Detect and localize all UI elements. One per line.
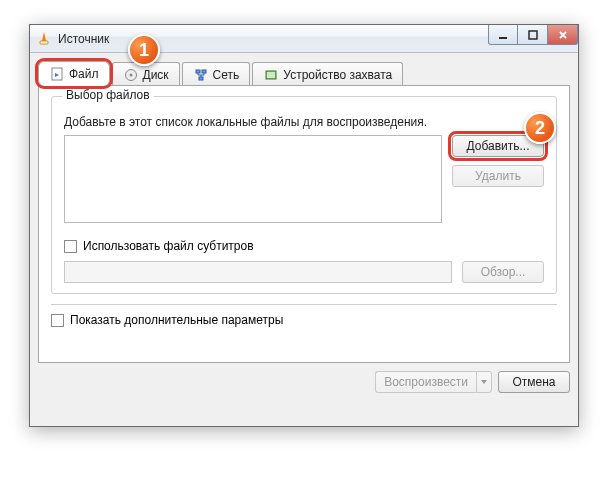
group-legend: Выбор файлов — [62, 88, 154, 102]
use-subtitles-checkbox[interactable] — [64, 240, 77, 253]
client-area: Файл Диск Сеть Устройство захвата — [38, 61, 570, 418]
file-icon — [49, 66, 65, 82]
capture-icon — [263, 67, 279, 83]
svg-rect-6 — [196, 70, 200, 73]
show-more-options-label: Показать дополнительные параметры — [70, 313, 283, 327]
play-button[interactable]: Воспроизвести — [375, 371, 476, 393]
show-more-options-checkbox[interactable] — [51, 314, 64, 327]
tab-label: Устройство захвата — [283, 68, 392, 82]
play-split-button: Воспроизвести — [375, 371, 492, 393]
callout-2: 2 — [524, 112, 556, 144]
maximize-button[interactable] — [518, 25, 548, 45]
minimize-button[interactable] — [488, 25, 518, 45]
browse-button: Обзор... — [462, 261, 544, 283]
svg-rect-1 — [499, 37, 507, 39]
hint-text: Добавьте в этот список локальные файлы д… — [64, 115, 544, 129]
disc-icon — [123, 67, 139, 83]
dialog-footer: Воспроизвести Отмена — [38, 371, 570, 393]
subtitle-path-field — [64, 261, 452, 283]
tab-file[interactable]: Файл — [38, 61, 110, 86]
file-select-group: Выбор файлов Добавьте в этот список лока… — [51, 96, 557, 294]
tab-label: Диск — [143, 68, 169, 82]
window-buttons — [488, 25, 578, 52]
separator — [51, 304, 557, 305]
app-icon — [36, 31, 52, 47]
network-icon — [193, 67, 209, 83]
svg-rect-8 — [199, 77, 203, 80]
tab-label: Файл — [69, 67, 99, 81]
svg-rect-7 — [202, 70, 206, 73]
tab-panel-file: Выбор файлов Добавьте в этот список лока… — [38, 85, 570, 363]
remove-button: Удалить — [452, 165, 544, 187]
cancel-button[interactable]: Отмена — [498, 371, 570, 393]
svg-rect-10 — [267, 72, 275, 78]
window-title: Источник — [58, 32, 488, 46]
tab-strip: Файл Диск Сеть Устройство захвата — [38, 61, 570, 85]
titlebar: Источник — [30, 25, 578, 53]
use-subtitles-label: Использовать файл субтитров — [83, 239, 254, 253]
svg-rect-2 — [529, 31, 537, 39]
file-list[interactable] — [64, 135, 442, 223]
callout-1: 1 — [128, 34, 160, 66]
svg-rect-0 — [40, 41, 48, 44]
svg-point-5 — [129, 73, 132, 76]
close-button[interactable] — [548, 25, 578, 45]
tab-label: Сеть — [213, 68, 240, 82]
dialog-window: Источник Файл — [29, 24, 579, 427]
tab-capture[interactable]: Устройство захвата — [252, 62, 403, 86]
play-dropdown-button[interactable] — [476, 371, 492, 393]
tab-network[interactable]: Сеть — [182, 62, 251, 86]
